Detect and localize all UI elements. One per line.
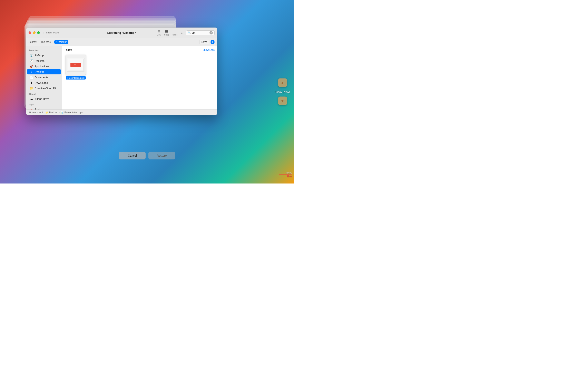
cancel-button[interactable]: Cancel — [119, 152, 146, 159]
tm-time-label: Today (Now) — [275, 90, 290, 93]
sidebar-item-recents[interactable]: 🕐 Recents — [27, 58, 61, 63]
breadcrumb-user[interactable]: 🖥 anamor43 — [29, 111, 43, 114]
sidebar-item-red[interactable]: ● Red — [27, 107, 61, 109]
group-icon: ☰ — [165, 30, 168, 33]
documents-label: Documents — [35, 76, 48, 79]
nav-controls: ‹ › Back/Forward — [38, 31, 59, 35]
toolbar-actions: ⊞ View ☰ Group ↑ Share » 🔍 ppt ✕ — [157, 30, 215, 36]
breadcrumb-file[interactable]: 📊 Presentation.pptx — [61, 111, 83, 114]
search-label: Search: — [29, 41, 37, 43]
creative-cloud-icon: 📁 — [30, 87, 33, 90]
window-title: Searching "Desktop" — [107, 31, 136, 34]
restore-button[interactable]: Restore — [148, 152, 175, 159]
share-label: Share — [173, 34, 177, 36]
show-less-button[interactable]: Show Less — [203, 49, 215, 51]
airdrop-icon: 📡 — [30, 54, 33, 57]
overflow-icon: » — [181, 31, 183, 35]
tm-up-arrow[interactable]: ▲ — [278, 78, 287, 87]
search-value: ppt — [192, 31, 195, 34]
applications-icon: 🚀 — [30, 65, 33, 68]
group-label: Group — [164, 34, 169, 36]
desktop-icon: 🖥 — [30, 70, 33, 73]
sidebar-item-icloud-drive[interactable]: ☁ iCloud Drive — [27, 96, 61, 101]
section-header: Today Show Less — [64, 48, 215, 51]
pptx-preview: Atlas — [67, 58, 85, 72]
view-label: View — [157, 34, 161, 36]
breadcrumb-sep-1: › — [44, 111, 44, 114]
breadcrumb-file-label: Presentation.pptx — [64, 111, 83, 114]
save-button[interactable]: Save — [199, 40, 209, 44]
view-icon: ⊞ — [157, 30, 160, 33]
overflow-button[interactable]: » — [181, 31, 183, 35]
title-bar: ‹ › Back/Forward Searching "Desktop" ⊞ V… — [26, 27, 217, 38]
documents-icon: 📄 — [30, 76, 33, 79]
file-area: Today Show Less Atlas — [62, 46, 217, 109]
breadcrumb-desktop[interactable]: 📁 Desktop — [45, 111, 58, 114]
save-area: Save + — [199, 40, 215, 44]
creative-cloud-label: Creative Cloud Fil... — [35, 87, 58, 90]
airdrop-label: AirDrop — [35, 54, 44, 57]
applications-label: Applications — [35, 65, 49, 68]
file-thumbnail-presentation: Atlas — [66, 55, 86, 75]
desktop-pill[interactable]: "Desktop" — [54, 40, 68, 44]
search-field[interactable]: 🔍 ppt ✕ — [186, 30, 215, 35]
breadcrumb-sep-2: › — [59, 111, 60, 114]
tm-timeline: Today Now — [279, 171, 292, 177]
share-button[interactable]: ↑ Share — [173, 30, 177, 36]
back-forward-label: Back/Forward — [46, 32, 59, 34]
this-mac-pill[interactable]: This Mac — [39, 40, 52, 44]
view-button[interactable]: ⊞ View — [157, 30, 161, 36]
red-tag-label: Red — [35, 108, 40, 109]
add-button[interactable]: + — [210, 40, 215, 44]
icloud-drive-label: iCloud Drive — [35, 98, 49, 100]
breadcrumb-file-icon: 📊 — [61, 111, 63, 114]
search-scope-bar: Search: This Mac "Desktop" Save + — [26, 38, 217, 46]
icloud-drive-icon: ☁ — [30, 97, 33, 100]
group-button[interactable]: ☰ Group — [164, 30, 169, 36]
files-grid: Atlas Presentation.pptx — [64, 53, 215, 81]
favorites-label: Favorites — [26, 48, 62, 52]
time-machine-panel: ▲ Today (Now) ▼ — [275, 78, 290, 105]
downloads-icon: ⬇ — [30, 81, 33, 84]
tags-label: Tags — [26, 102, 62, 107]
breadcrumb-user-label: anamor43 — [32, 111, 43, 114]
tm-today-label: Today — [286, 171, 292, 174]
sidebar-item-downloads[interactable]: ⬇ Downloads — [27, 80, 61, 85]
file-label-presentation: Presentation.pptx — [66, 76, 86, 80]
search-icon: 🔍 — [188, 31, 191, 34]
search-clear-button[interactable]: ✕ — [209, 31, 213, 34]
pptx-red-bar: Atlas — [70, 63, 81, 67]
section-title: Today — [64, 48, 72, 51]
tm-down-arrow[interactable]: ▼ — [278, 97, 287, 105]
tm-down-icon: ▼ — [281, 99, 285, 103]
action-buttons: Cancel Restore — [119, 152, 175, 159]
tm-now-label: Now — [287, 175, 292, 177]
pptx-slide-text: Atlas — [74, 64, 77, 66]
tm-up-icon: ▲ — [281, 80, 285, 85]
sidebar-item-documents[interactable]: 📄 Documents — [27, 75, 61, 80]
forward-button[interactable]: › — [42, 31, 44, 35]
sidebar-item-applications[interactable]: 🚀 Applications — [27, 64, 61, 69]
breadcrumb-user-icon: 🖥 — [29, 111, 31, 114]
sidebar: Favorites 📡 AirDrop 🕐 Recents 🚀 Applicat… — [26, 46, 62, 109]
desktop-label: Desktop — [35, 70, 44, 73]
sidebar-item-creative-cloud[interactable]: 📁 Creative Cloud Fil... — [27, 86, 61, 91]
close-button[interactable] — [29, 31, 31, 34]
sidebar-item-airdrop[interactable]: 📡 AirDrop — [27, 53, 61, 58]
minimize-button[interactable] — [33, 31, 35, 34]
breadcrumb-desktop-icon: 📁 — [45, 111, 48, 114]
tm-timeline-line — [279, 174, 292, 175]
recents-icon: 🕐 — [30, 59, 33, 62]
breadcrumb-desktop-label: Desktop — [49, 111, 58, 114]
breadcrumb-bar: 🖥 anamor43 › 📁 Desktop › 📊 Presentation.… — [26, 109, 217, 115]
main-content: Favorites 📡 AirDrop 🕐 Recents 🚀 Applicat… — [26, 46, 217, 109]
recents-label: Recents — [35, 59, 44, 62]
sidebar-item-desktop[interactable]: 🖥 Desktop — [27, 69, 61, 75]
downloads-label: Downloads — [35, 81, 48, 84]
back-button[interactable]: ‹ — [38, 31, 40, 35]
icloud-label: iCloud — [26, 91, 62, 96]
finder-window: ‹ › Back/Forward Searching "Desktop" ⊞ V… — [26, 27, 217, 115]
pptx-slide: Atlas — [68, 59, 84, 71]
share-icon: ↑ — [174, 30, 176, 33]
file-item-presentation[interactable]: Atlas Presentation.pptx — [64, 53, 87, 81]
